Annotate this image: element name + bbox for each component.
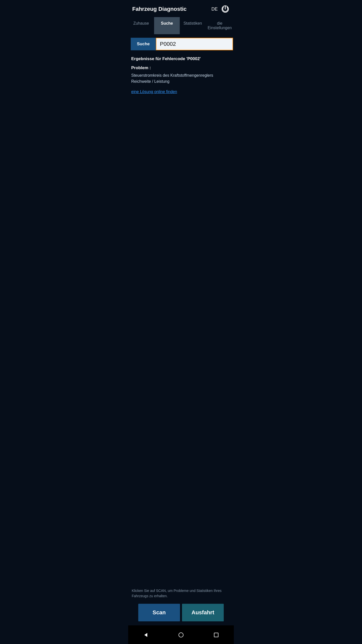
search-section: Suche [128, 34, 234, 53]
power-button[interactable] [221, 5, 230, 14]
app-header: Fahrzeug Diagnostic DE [128, 0, 234, 17]
ausfahrt-button[interactable]: Ausfahrt [182, 604, 224, 621]
tab-bar: Zuhause Suche Statistiken die Einstellun… [128, 17, 234, 34]
search-row: Suche [131, 38, 231, 50]
results-section: Ergebnisse für Fehlercode 'P0002' Proble… [128, 53, 234, 339]
find-solution-link[interactable]: eine Lösung online finden [131, 90, 177, 94]
svg-marker-2 [144, 633, 147, 637]
language-selector[interactable]: DE [211, 7, 218, 12]
problem-label: Problem : [131, 65, 231, 70]
search-input[interactable] [156, 38, 233, 50]
tab-suche[interactable]: Suche [154, 17, 180, 34]
results-title: Ergebnisse für Fehlercode 'P0002' [131, 56, 231, 61]
header-controls: DE [211, 5, 230, 14]
svg-point-3 [179, 633, 183, 637]
home-button[interactable] [175, 629, 187, 640]
android-nav-bar [128, 625, 234, 644]
recents-button[interactable] [211, 629, 222, 640]
tab-statistiken[interactable]: Statistiken [180, 17, 206, 34]
app-title: Fahrzeug Diagnostic [132, 6, 187, 12]
svg-rect-4 [214, 633, 218, 637]
back-button[interactable] [140, 629, 151, 640]
footer-hint: Klicken Sie auf SCAN, um Probleme und St… [128, 584, 234, 601]
scan-button[interactable]: Scan [138, 604, 180, 621]
tab-zuhause[interactable]: Zuhause [128, 17, 154, 34]
problem-description: Steuerstromkreis des Kraftstoffmengenreg… [131, 72, 231, 85]
search-button[interactable]: Suche [131, 38, 156, 50]
bottom-buttons: Scan Ausfahrt [128, 601, 234, 625]
tab-einstellungen[interactable]: die Einstellungen [206, 17, 234, 34]
